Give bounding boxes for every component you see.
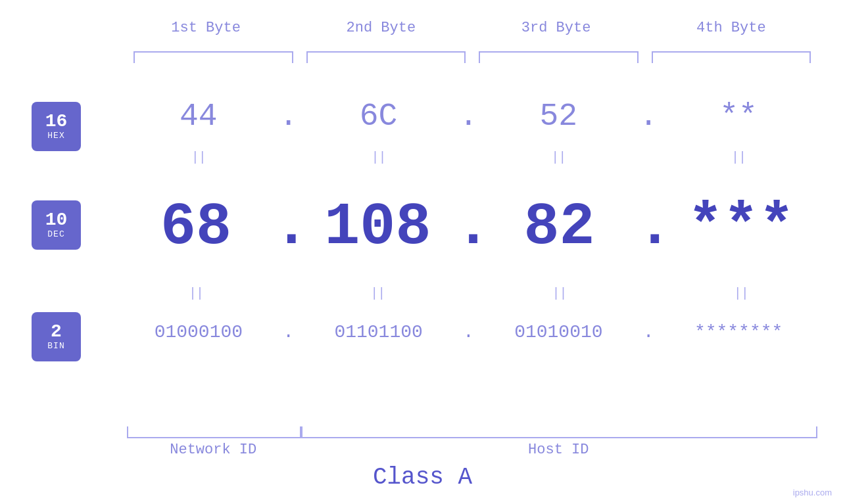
bottom-labels: Network ID Host ID — [127, 442, 817, 458]
bin-badge: 2 BIN — [32, 312, 81, 361]
bin-row: 01000100 . 01101100 . 01010010 . *******… — [118, 322, 819, 342]
dec-b4: *** — [664, 194, 819, 261]
bin-label: BIN — [47, 341, 64, 351]
dec-dot-3: . — [637, 194, 664, 261]
bin-b2: 01101100 — [299, 322, 459, 342]
network-id-label: Network ID — [127, 442, 300, 458]
dec-label: DEC — [47, 229, 64, 239]
bin-b4: ******** — [658, 322, 819, 342]
dec-dot-1: . — [274, 194, 300, 261]
byte-header-2: 2nd Byte — [293, 20, 468, 36]
equals-row-1: || || || || — [118, 150, 819, 165]
bottom-section: Network ID Host ID — [127, 426, 817, 458]
bracket-top-2 — [306, 51, 466, 63]
bracket-top-3 — [479, 51, 639, 63]
bracket-host — [301, 426, 818, 438]
dec-b3: 82 — [482, 194, 637, 261]
bin-number: 2 — [51, 323, 62, 341]
hex-dot-2: . — [459, 99, 479, 134]
equals-row-2: || || || || — [118, 286, 819, 301]
byte-header-1: 1st Byte — [118, 20, 293, 36]
hex-b2: 6C — [299, 99, 459, 134]
hex-badge: 16 HEX — [32, 102, 81, 151]
values-grid: 44 . 6C . 52 . ** || || || || 68 . 108 .… — [118, 72, 819, 438]
bin-b1: 01000100 — [118, 322, 279, 342]
hex-label: HEX — [47, 131, 64, 141]
eq1-b3: || — [479, 150, 639, 165]
byte-header-3: 3rd Byte — [469, 20, 644, 36]
class-label: Class A — [0, 464, 845, 491]
bin-b3: 01010010 — [479, 322, 639, 342]
eq1-b4: || — [658, 150, 819, 165]
byte-headers: 1st Byte 2nd Byte 3rd Byte 4th Byte — [118, 20, 819, 36]
bracket-top-1 — [133, 51, 293, 63]
bin-dot-3: . — [639, 322, 658, 342]
dec-badge: 10 DEC — [32, 200, 81, 250]
bin-dot-2: . — [459, 322, 479, 342]
host-id-label: Host ID — [300, 442, 818, 458]
hex-row: 44 . 6C . 52 . ** — [118, 99, 819, 134]
bottom-brackets — [127, 426, 817, 438]
hex-number: 16 — [45, 112, 68, 131]
byte-header-4: 4th Byte — [644, 20, 819, 36]
bracket-network — [127, 426, 301, 438]
hex-dot-3: . — [639, 99, 658, 134]
hex-b4: ** — [658, 99, 819, 134]
hex-b3: 52 — [479, 99, 639, 134]
eq2-b4: || — [664, 286, 819, 301]
bin-dot-1: . — [279, 322, 299, 342]
dec-dot-2: . — [456, 194, 482, 261]
eq1-b2: || — [299, 150, 459, 165]
hex-b1: 44 — [118, 99, 279, 134]
dec-b1: 68 — [118, 194, 274, 261]
eq2-b2: || — [300, 286, 455, 301]
dec-number: 10 — [45, 211, 68, 229]
hex-dot-1: . — [279, 99, 299, 134]
main-container: 1st Byte 2nd Byte 3rd Byte 4th Byte 16 H… — [0, 0, 845, 504]
dec-row: 68 . 108 . 82 . *** — [118, 194, 819, 261]
eq2-b3: || — [482, 286, 637, 301]
bracket-top-4 — [652, 51, 811, 63]
eq1-b1: || — [118, 150, 279, 165]
eq2-b1: || — [118, 286, 274, 301]
footer: ipshu.com — [793, 488, 832, 497]
top-brackets — [127, 51, 817, 64]
dec-b2: 108 — [300, 194, 455, 261]
